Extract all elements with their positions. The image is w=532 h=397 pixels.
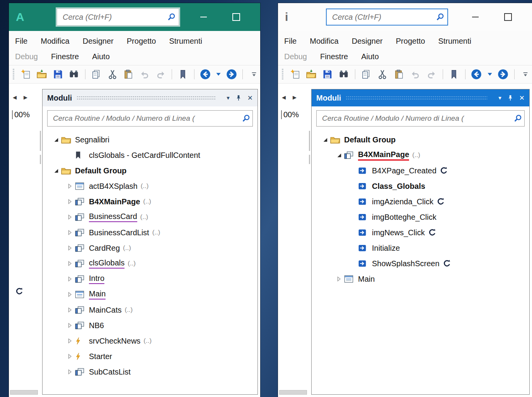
menu-modifica[interactable]: Modifica bbox=[41, 37, 69, 46]
titlebar[interactable]: A bbox=[9, 3, 260, 31]
collapse-arrow-icon[interactable] bbox=[334, 153, 344, 158]
save-button[interactable] bbox=[51, 68, 64, 81]
horizontal-scrollbar[interactable] bbox=[10, 390, 38, 395]
save-button[interactable] bbox=[321, 68, 334, 81]
menu-aiuto[interactable]: Aiuto bbox=[92, 52, 110, 61]
history-dropdown-button[interactable] bbox=[215, 68, 222, 81]
menu-strumenti[interactable]: Strumenti bbox=[438, 37, 471, 46]
undo-button[interactable] bbox=[409, 68, 421, 81]
paste-button[interactable] bbox=[122, 68, 135, 81]
tree-item-maincats[interactable]: MainCats(..) bbox=[43, 302, 257, 318]
search-icon[interactable] bbox=[242, 114, 250, 123]
expand-arrow-icon[interactable] bbox=[65, 214, 75, 220]
refresh-icon[interactable] bbox=[15, 287, 24, 296]
tab-scroll-right-icon[interactable]: ▶ bbox=[293, 94, 297, 100]
menu-aiuto[interactable]: Aiuto bbox=[361, 52, 379, 61]
expand-arrow-icon[interactable] bbox=[334, 276, 344, 282]
undo-button[interactable] bbox=[138, 68, 151, 81]
tree-item-showsplashscreen[interactable]: ShowSplashScreen bbox=[312, 256, 529, 271]
open-project-button[interactable] bbox=[305, 68, 317, 81]
tree-item-starter[interactable]: Starter bbox=[43, 349, 257, 364]
expand-arrow-icon[interactable] bbox=[65, 245, 75, 251]
tree-item-srvchecknews[interactable]: srvCheckNews(..) bbox=[43, 333, 257, 349]
menu-file[interactable]: File bbox=[284, 37, 297, 46]
scrollbar-mark[interactable] bbox=[309, 155, 310, 164]
tree-item-actb4xsplash[interactable]: actB4XSplash(..) bbox=[43, 178, 257, 194]
new-file-button[interactable] bbox=[19, 68, 32, 81]
tree-item-b4xpage-created[interactable]: B4XPage_Created bbox=[312, 163, 529, 178]
menu-designer[interactable]: Designer bbox=[352, 37, 383, 46]
history-dropdown-button[interactable] bbox=[486, 68, 493, 81]
tree-item-main[interactable]: Main bbox=[312, 271, 529, 287]
menu-file[interactable]: File bbox=[15, 37, 27, 46]
menu-strumenti[interactable]: Strumenti bbox=[169, 37, 202, 46]
search-icon[interactable] bbox=[167, 13, 176, 21]
collapse-arrow-icon[interactable] bbox=[320, 137, 330, 142]
search-icon[interactable] bbox=[436, 13, 444, 21]
bookmark-button[interactable] bbox=[448, 68, 460, 81]
expand-arrow-icon[interactable] bbox=[65, 354, 75, 359]
tab-scroll-right-icon[interactable]: ▶ bbox=[24, 94, 27, 100]
navigate-forward-button[interactable] bbox=[225, 68, 238, 81]
modules-search-input[interactable] bbox=[321, 114, 513, 123]
tree-item-imgbotteghe-click[interactable]: imgBotteghe_Click bbox=[312, 209, 529, 225]
new-file-button[interactable] bbox=[288, 68, 301, 81]
tree-item-nb6[interactable]: NB6 bbox=[43, 318, 257, 333]
toolbar-overflow-button[interactable] bbox=[247, 68, 260, 81]
scrollbar-mark[interactable] bbox=[40, 155, 41, 164]
minimize-button[interactable] bbox=[200, 17, 207, 17]
menu-finestre[interactable]: Finestre bbox=[320, 52, 348, 61]
close-icon[interactable]: ✕ bbox=[519, 94, 525, 102]
open-project-button[interactable] bbox=[36, 68, 48, 81]
maximize-button[interactable] bbox=[232, 13, 240, 21]
modules-panel-header[interactable]: Moduli ▾ ✕ bbox=[312, 89, 529, 106]
tree-item-class-globals[interactable]: Class_Globals bbox=[312, 178, 529, 194]
tree-item-businesscardlist[interactable]: BusinessCardList(..) bbox=[43, 225, 257, 240]
menu-modifica[interactable]: Modifica bbox=[310, 37, 338, 46]
tree-item-main[interactable]: Main bbox=[43, 287, 257, 302]
tree-item-businesscard[interactable]: BusinessCard(..) bbox=[43, 209, 257, 225]
horizontal-scrollbar[interactable] bbox=[279, 390, 307, 395]
expand-arrow-icon[interactable] bbox=[65, 323, 75, 328]
modules-search[interactable] bbox=[316, 110, 525, 127]
tree-item-default-group[interactable]: Default Group bbox=[312, 132, 529, 147]
modules-panel-header[interactable]: Moduli ▾ ✕ bbox=[43, 89, 257, 106]
scrollbar-mark[interactable] bbox=[40, 131, 41, 151]
tree-item-initialize[interactable]: Initialize bbox=[312, 240, 529, 256]
navigate-back-button[interactable] bbox=[470, 68, 483, 81]
copy-button[interactable] bbox=[90, 68, 103, 81]
search-icon[interactable] bbox=[513, 114, 522, 123]
tab-scroll-left-icon[interactable]: ◀ bbox=[282, 94, 286, 100]
scrollbar-mark[interactable] bbox=[309, 131, 310, 151]
tree-item-default-group[interactable]: Default Group bbox=[43, 163, 257, 178]
toolbar-grip[interactable] bbox=[13, 69, 14, 80]
paste-button[interactable] bbox=[392, 68, 405, 81]
tree-item-b4xmainpage[interactable]: B4XMainPage(..) bbox=[312, 147, 529, 163]
redo-button[interactable] bbox=[425, 68, 438, 81]
menu-progetto[interactable]: Progetto bbox=[127, 37, 156, 46]
expand-arrow-icon[interactable] bbox=[65, 261, 75, 266]
cut-button[interactable] bbox=[106, 68, 119, 81]
redo-button[interactable] bbox=[154, 68, 167, 81]
collapse-arrow-icon[interactable] bbox=[51, 168, 61, 173]
tree-item-segnalibri[interactable]: Segnalibri bbox=[43, 132, 257, 147]
tree-item-cardreg[interactable]: CardReg(..) bbox=[43, 240, 257, 256]
menu-designer[interactable]: Designer bbox=[83, 37, 114, 46]
copy-button[interactable] bbox=[360, 68, 373, 81]
panel-menu-icon[interactable]: ▾ bbox=[498, 94, 501, 101]
menu-progetto[interactable]: Progetto bbox=[396, 37, 425, 46]
find-in-files-button[interactable] bbox=[338, 68, 350, 81]
minimize-button[interactable] bbox=[472, 17, 479, 17]
pin-icon[interactable] bbox=[508, 95, 513, 101]
expand-arrow-icon[interactable] bbox=[65, 307, 75, 313]
tree-item-b4xmainpage[interactable]: B4XMainPage(..) bbox=[43, 194, 257, 209]
expand-arrow-icon[interactable] bbox=[65, 369, 75, 375]
titlebar-search[interactable] bbox=[326, 9, 448, 26]
expand-arrow-icon[interactable] bbox=[65, 230, 75, 235]
pin-icon[interactable] bbox=[236, 95, 241, 101]
toolbar-overflow-button[interactable] bbox=[519, 68, 532, 81]
expand-arrow-icon[interactable] bbox=[65, 292, 75, 297]
tab-scroll-left-icon[interactable]: ◀ bbox=[13, 94, 17, 100]
expand-arrow-icon[interactable] bbox=[65, 183, 75, 189]
titlebar-search[interactable] bbox=[57, 9, 179, 26]
